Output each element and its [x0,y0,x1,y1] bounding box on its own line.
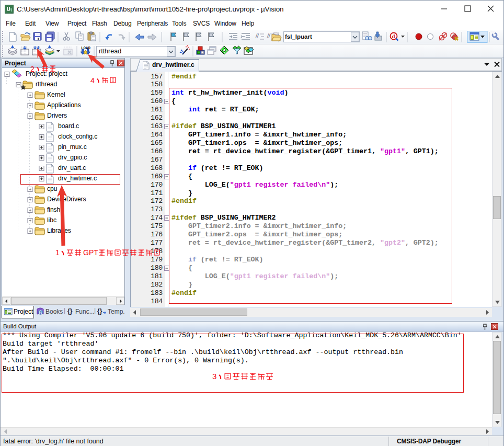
svg-text:d: d [392,33,395,39]
svg-text://: // [255,33,259,39]
svg-text:?: ? [39,310,42,315]
svg-text://: // [267,33,271,39]
